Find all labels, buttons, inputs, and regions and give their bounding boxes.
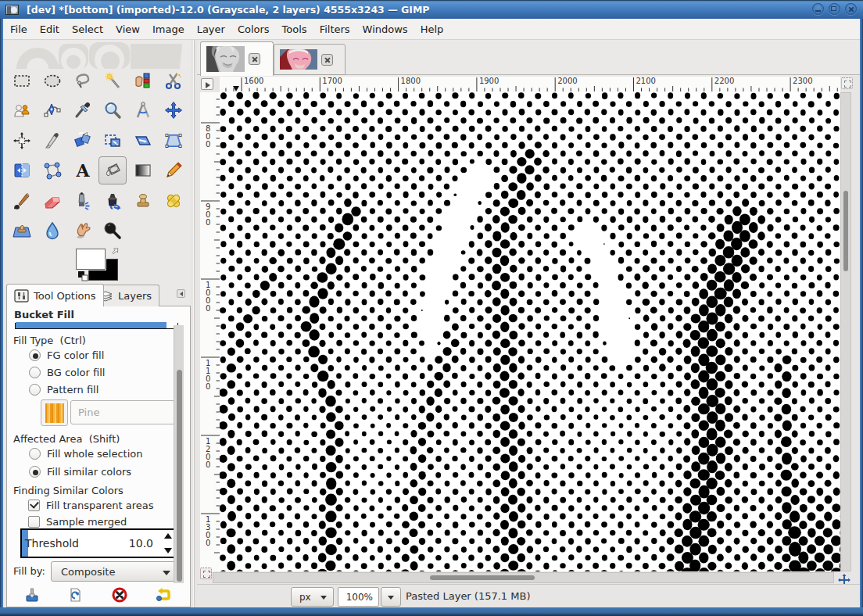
tool-flip[interactable]	[8, 156, 36, 184]
tool-ellipse-select[interactable]	[38, 66, 66, 95]
pattern-swatch[interactable]	[41, 399, 68, 426]
quick-mask-button[interactable]	[200, 568, 212, 579]
dock-resize-handle[interactable]	[191, 40, 197, 607]
tool-zoom[interactable]	[98, 96, 127, 124]
image-tab-color[interactable]	[274, 44, 346, 75]
tool-heal[interactable]	[159, 187, 188, 215]
close-button[interactable]	[845, 3, 857, 15]
menu-tools[interactable]: Tools	[276, 19, 313, 40]
tool-crop[interactable]	[38, 127, 66, 155]
tool-paintbrush[interactable]	[8, 187, 36, 215]
canvas-horizontal-scrollbar[interactable]	[213, 572, 834, 583]
tool-dodge-burn[interactable]	[98, 217, 127, 245]
checkbox-sample-merged[interactable]: Sample merged	[28, 516, 127, 528]
close-tab-icon[interactable]	[321, 54, 333, 66]
tool-clone[interactable]	[129, 187, 157, 215]
menu-file[interactable]: File	[4, 19, 34, 40]
radio-fg-color-fill[interactable]: FG color fill	[29, 349, 104, 361]
close-tab-icon[interactable]	[249, 53, 260, 65]
tool-smudge[interactable]	[69, 217, 97, 245]
menu-edit[interactable]: Edit	[34, 19, 66, 40]
heal-icon	[164, 192, 183, 210]
tool-bucket-fill[interactable]	[98, 156, 127, 184]
maximize-button[interactable]	[829, 3, 840, 15]
radio-pattern-fill[interactable]: Pattern fill	[29, 384, 98, 396]
tab-tool-options[interactable]: Tool Options	[6, 284, 104, 306]
radio-fill-similar-colors[interactable]: Fill similar colors	[29, 466, 131, 478]
tool-fuzzy-select[interactable]	[98, 66, 127, 95]
unit-dropdown[interactable]: px	[291, 587, 334, 607]
tool-cage-transform[interactable]	[38, 156, 66, 184]
checkbox-icon	[28, 500, 40, 511]
reset-button[interactable]	[156, 587, 171, 603]
pattern-name-input[interactable]: Pine	[70, 400, 175, 424]
tool-measure[interactable]	[129, 96, 157, 124]
menu-colors[interactable]: Colors	[231, 19, 276, 40]
checkbox-fill-transparent-areas[interactable]: Fill transparent areas	[28, 500, 153, 511]
radio-fill-whole-selection[interactable]: Fill whole selection	[29, 448, 143, 460]
cage-transform-icon	[43, 161, 62, 180]
tool-gradient[interactable]	[129, 156, 157, 184]
save-preset-button[interactable]	[24, 587, 40, 603]
tool-scale[interactable]	[98, 127, 127, 155]
tool-align[interactable]	[8, 127, 36, 155]
menu-layer[interactable]: Layer	[191, 19, 231, 40]
fill-by-label: Fill by:	[13, 565, 45, 577]
vertical-ruler[interactable]: 8009001000110012001300	[200, 92, 220, 571]
tool-perspective[interactable]	[159, 127, 188, 155]
image-tab-grayscale[interactable]	[200, 41, 274, 76]
menu-windows[interactable]: Windows	[356, 19, 414, 40]
menu-view[interactable]: View	[109, 19, 146, 40]
tool-move[interactable]	[159, 96, 188, 124]
pine-pattern-preview	[45, 403, 64, 423]
tool-shear[interactable]	[129, 127, 157, 155]
radio-bg-color-fill[interactable]: BG color fill	[29, 367, 105, 378]
delete-preset-button[interactable]	[112, 587, 127, 603]
tool-rectangle-select[interactable]	[8, 66, 36, 95]
opacity-slider[interactable]	[15, 323, 178, 329]
zoom-follow-window-button[interactable]	[841, 77, 853, 89]
zoom-dropdown-button[interactable]	[381, 587, 401, 607]
tool-pencil[interactable]	[159, 156, 188, 184]
fill-by-dropdown[interactable]: Composite	[51, 561, 178, 582]
tool-options-icon	[14, 289, 29, 303]
tool-free-select[interactable]	[69, 66, 97, 95]
color-picker-icon	[73, 101, 92, 120]
threshold-increase-button[interactable]	[164, 533, 172, 539]
tool-select-by-color[interactable]	[129, 66, 157, 95]
minimize-button[interactable]	[812, 3, 824, 15]
horizontal-ruler[interactable]: 16001700180019002000210022002300	[220, 77, 840, 92]
canvas-menu-button[interactable]	[201, 78, 213, 90]
tool-scissors-select[interactable]	[159, 66, 188, 95]
restore-preset-button[interactable]	[67, 587, 83, 603]
menu-select[interactable]: Select	[66, 19, 109, 40]
zoom-input[interactable]: 100%	[338, 587, 379, 607]
fill-by-value: Composite	[61, 566, 115, 578]
foreground-select-icon	[13, 101, 31, 120]
tool-text[interactable]: A	[69, 156, 97, 184]
tool-blur[interactable]	[38, 217, 66, 245]
tool-airbrush[interactable]	[69, 187, 97, 215]
tool-perspective-clone[interactable]	[8, 217, 36, 245]
menu-help[interactable]: Help	[414, 19, 450, 40]
threshold-decrease-button[interactable]	[164, 548, 172, 553]
tool-color-picker[interactable]	[69, 96, 97, 124]
menu-image[interactable]: Image	[146, 19, 191, 40]
tool-eraser[interactable]	[38, 187, 66, 215]
wilber-decoration[interactable]	[3, 41, 191, 69]
threshold-slider[interactable]: Threshold 10.0	[20, 528, 178, 558]
foreground-color-swatch[interactable]	[76, 249, 106, 270]
swap-colors-icon[interactable]	[111, 247, 121, 256]
tool-paths[interactable]	[38, 96, 66, 124]
panel-menu-button[interactable]	[177, 289, 185, 298]
tool-foreground-select[interactable]	[8, 96, 36, 124]
canvas-vertical-scrollbar[interactable]	[840, 92, 851, 571]
svg-text:1600: 1600	[244, 77, 263, 85]
image-canvas[interactable]	[220, 92, 840, 571]
tool-ink[interactable]	[98, 187, 127, 215]
tool-options-scrollbar[interactable]	[174, 325, 184, 588]
menu-filters[interactable]: Filters	[313, 19, 356, 40]
default-colors-icon[interactable]	[77, 270, 88, 281]
tool-rotate[interactable]	[69, 127, 97, 155]
titlebar[interactable]: [dev] *[bottom] (imported)-12.0 (Graysca…	[0, 0, 863, 19]
